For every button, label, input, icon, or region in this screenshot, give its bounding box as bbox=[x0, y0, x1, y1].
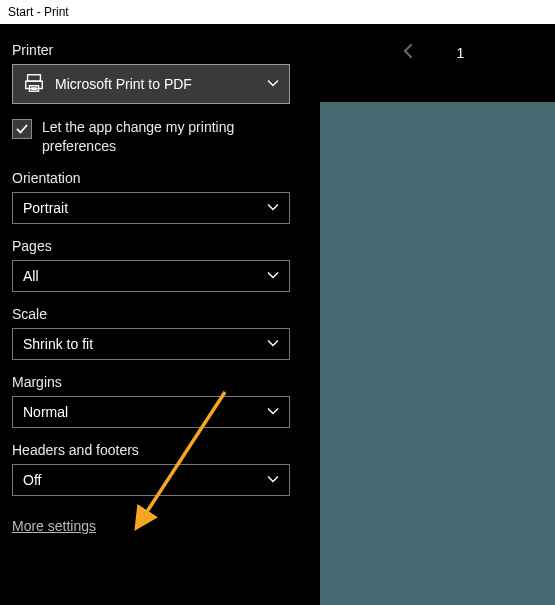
margins-label: Margins bbox=[12, 374, 298, 390]
pages-select[interactable]: All bbox=[12, 260, 290, 292]
margins-select[interactable]: Normal bbox=[12, 396, 290, 428]
printer-select[interactable]: Microsoft Print to PDF bbox=[12, 64, 290, 104]
orientation-select[interactable]: Portrait bbox=[12, 192, 290, 224]
scale-selected-value: Shrink to fit bbox=[23, 336, 93, 352]
app-change-prefs-label: Let the app change my printing preferenc… bbox=[42, 118, 290, 156]
app-change-prefs-checkbox[interactable] bbox=[12, 119, 32, 139]
chevron-down-icon bbox=[267, 336, 279, 352]
window-titlebar: Start - Print bbox=[0, 0, 555, 24]
headers-footers-select[interactable]: Off bbox=[12, 464, 290, 496]
orientation-selected-value: Portrait bbox=[23, 200, 68, 216]
prev-page-button[interactable] bbox=[401, 43, 417, 64]
printer-label: Printer bbox=[12, 42, 298, 58]
more-settings-link[interactable]: More settings bbox=[12, 518, 96, 534]
pages-label: Pages bbox=[12, 238, 298, 254]
preview-panel: 1 bbox=[310, 24, 555, 605]
scale-select[interactable]: Shrink to fit bbox=[12, 328, 290, 360]
printer-icon bbox=[23, 72, 45, 97]
headers-footers-selected-value: Off bbox=[23, 472, 41, 488]
chevron-down-icon bbox=[267, 404, 279, 420]
check-icon bbox=[15, 122, 29, 136]
chevron-down-icon bbox=[267, 268, 279, 284]
scale-label: Scale bbox=[12, 306, 298, 322]
chevron-down-icon bbox=[267, 76, 279, 92]
headers-footers-label: Headers and footers bbox=[12, 442, 298, 458]
margins-selected-value: Normal bbox=[23, 404, 68, 420]
pages-selected-value: All bbox=[23, 268, 39, 284]
print-preview bbox=[320, 102, 555, 605]
printer-selected-value: Microsoft Print to PDF bbox=[55, 76, 192, 92]
chevron-down-icon bbox=[267, 200, 279, 216]
page-number: 1 bbox=[457, 45, 465, 61]
settings-panel: Printer Microsoft Print to PDF bbox=[0, 24, 310, 605]
svg-rect-0 bbox=[28, 74, 41, 80]
orientation-label: Orientation bbox=[12, 170, 298, 186]
window-title: Start - Print bbox=[8, 5, 69, 19]
chevron-down-icon bbox=[267, 472, 279, 488]
